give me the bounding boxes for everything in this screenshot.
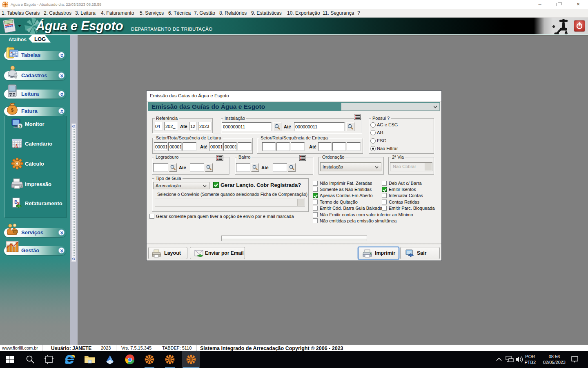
svg-text:$: $ [19, 124, 21, 128]
svg-text:$: $ [11, 108, 13, 112]
svg-text:A: A [14, 143, 18, 149]
